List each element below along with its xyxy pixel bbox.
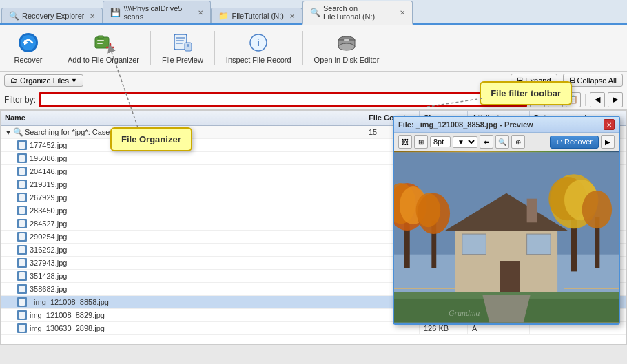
inspect-file-record-label: Inspect File Record	[226, 56, 291, 64]
file-name-11: 358682.jpg	[1, 283, 364, 295]
svg-text:i: i	[257, 37, 260, 48]
file-icon-6	[17, 219, 27, 228]
recover-icon	[17, 32, 39, 54]
inspect-file-record-icon: i	[247, 32, 269, 54]
tab-recovery-explorer[interactable]: 🔍 Recovery Explorer ✕	[1, 8, 103, 23]
preview-font-size[interactable]	[430, 136, 451, 147]
tab-file-tutorial-close[interactable]: ✕	[289, 12, 295, 20]
file-icon-12	[17, 297, 27, 307]
filter-left-button[interactable]: ◀	[590, 92, 605, 107]
file-icon-13	[17, 310, 27, 320]
file-name-9: 327943.jpg	[1, 257, 364, 269]
file-name-13: img_121008_8829.jpg	[1, 309, 364, 321]
file-name-4: 267929.jpg	[1, 191, 364, 204]
tab-physical-drive[interactable]: 💾 \\\\PhysicalDrive5 scans ✕	[103, 1, 211, 23]
file-icon-0	[17, 140, 27, 150]
organize-files-dropdown-icon: ▼	[71, 77, 77, 84]
preview-tool-more[interactable]: ▶	[601, 135, 615, 149]
status-bar	[0, 345, 627, 364]
tab-search-close[interactable]: ✕	[400, 9, 405, 17]
file-name-2: 204146.jpg	[1, 165, 364, 178]
preview-tool-grid[interactable]: ⊞	[414, 135, 428, 149]
svg-rect-32	[462, 234, 486, 255]
tab-recovery-explorer-label: Recovery Explorer	[22, 12, 84, 20]
preview-font-dropdown[interactable]: ▼	[453, 136, 477, 148]
svg-point-41	[582, 191, 612, 228]
filter-right-button[interactable]: ▶	[608, 92, 623, 107]
file-name-6: 284527.jpg	[1, 217, 364, 230]
tab-recovery-explorer-icon: 🔍	[9, 11, 19, 21]
organize-files-icon: 🗂	[10, 76, 18, 85]
toolbar-sep-4	[302, 31, 303, 65]
preview-tool-home[interactable]: ⊕	[511, 135, 525, 149]
col-name-header[interactable]: Name	[1, 111, 364, 125]
tab-bar: 🔍 Recovery Explorer ✕ 💾 \\\\PhysicalDriv…	[0, 0, 627, 25]
add-to-file-organizer-button[interactable]: Add to File Organizer	[60, 28, 147, 67]
file-icon-8	[17, 245, 27, 255]
tab-search-label: Search on FileTutorial (N:)	[323, 4, 394, 21]
file-name-5: 283450.jpg	[1, 204, 364, 217]
tab-search[interactable]: 🔍 Search on FileTutorial (N:) ✕	[302, 1, 413, 25]
filter-separator	[585, 94, 586, 106]
open-in-disk-editor-button[interactable]: Open in Disk Editor	[307, 28, 387, 67]
file-icon-10	[17, 271, 27, 281]
file-name-12: _img_121008_8858.jpg	[1, 296, 364, 308]
svg-marker-44	[482, 295, 530, 323]
filter-right-icon: ▶	[613, 95, 618, 104]
file-preview-button[interactable]: File Preview	[154, 28, 211, 67]
toolbar-sep-2	[150, 31, 151, 65]
tab-recovery-explorer-close[interactable]: ✕	[90, 12, 95, 20]
add-file-organizer-label: Add to File Organizer	[68, 56, 139, 64]
preview-tool-nav-left[interactable]: ⬅	[480, 135, 493, 149]
svg-point-19	[338, 43, 355, 50]
svg-rect-8	[97, 43, 103, 44]
file-icon-14	[17, 323, 27, 333]
tab-file-tutorial[interactable]: 📁 FileTutorial (N:) ✕	[211, 8, 302, 23]
svg-rect-12	[176, 43, 183, 44]
inspect-file-record-button[interactable]: i Inspect File Record	[218, 28, 299, 67]
organize-files-label: Organize Files	[20, 76, 69, 85]
preview-close-button[interactable]: ✕	[604, 119, 615, 130]
preview-toolbar: 🖼 ⊞ ▼ ⬅ 🔍 ⊕ ↩ Recover ▶	[394, 133, 619, 151]
svg-point-29	[416, 193, 441, 227]
preview-recover-icon: ↩	[556, 138, 562, 147]
file-icon-2	[17, 167, 27, 176]
svg-rect-35	[527, 199, 537, 223]
svg-rect-31	[500, 261, 520, 295]
recover-button[interactable]: Recover	[4, 28, 52, 67]
open-disk-editor-icon	[336, 32, 358, 54]
file-name-7: 290254.jpg	[1, 231, 364, 243]
tab-file-tutorial-icon: 📁	[218, 11, 229, 21]
file-name-10: 351428.jpg	[1, 270, 364, 282]
filter-input[interactable]	[39, 92, 527, 107]
tab-physical-drive-label: \\\\PhysicalDrive5 scans	[123, 4, 192, 21]
svg-rect-10	[176, 37, 185, 39]
preview-tool-zoom-in[interactable]: 🔍	[495, 135, 509, 149]
file-name-8: 316292.jpg	[1, 244, 364, 256]
file-icon-9	[17, 258, 27, 268]
svg-rect-11	[176, 40, 184, 41]
search-icon-small: 🔍	[13, 127, 23, 137]
toolbar-sep-3	[214, 31, 215, 65]
preview-window: File: _img_121008_8858.jpg - Preview ✕ 🖼…	[393, 116, 620, 325]
file-preview-label: File Preview	[162, 56, 203, 64]
recover-label: Recover	[14, 56, 43, 64]
svg-rect-33	[527, 234, 551, 255]
tab-physical-drive-close[interactable]: ✕	[198, 9, 203, 17]
add-file-organizer-icon	[92, 32, 114, 54]
organize-files-button[interactable]: 🗂 Organize Files ▼	[4, 74, 83, 87]
svg-rect-7	[97, 40, 104, 41]
file-icon-11	[17, 284, 27, 294]
preview-image-area: Grandma	[394, 151, 619, 323]
preview-title-bar: File: _img_121008_8858.jpg - Preview ✕	[394, 117, 619, 133]
preview-recover-label: Recover	[564, 138, 593, 146]
toolbar-sep-1	[56, 31, 56, 65]
file-icon-3	[17, 180, 27, 189]
preview-recover-button[interactable]: ↩ Recover	[550, 136, 599, 149]
file-name-3: 219319.jpg	[1, 178, 364, 191]
group-expand-icon[interactable]: ▼	[5, 129, 12, 136]
tab-physical-drive-icon: 💾	[110, 8, 121, 17]
preview-tool-image[interactable]: 🖼	[398, 135, 412, 149]
file-organizer-callout: File Organizer	[110, 127, 192, 151]
file-name-14: img_130630_2898.jpg	[1, 322, 364, 334]
